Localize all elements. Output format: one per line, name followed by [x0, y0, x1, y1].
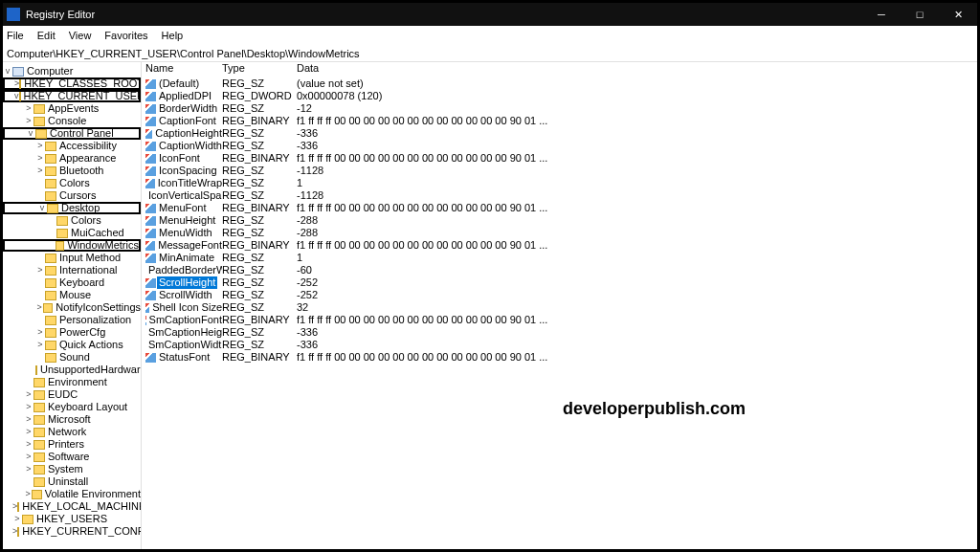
- tree-colors2[interactable]: Colors: [71, 214, 101, 227]
- menu-favorites[interactable]: Favorites: [104, 30, 147, 41]
- tree-pane[interactable]: vComputer >HKEY_CLASSES_ROOT vHKEY_CURRE…: [3, 62, 142, 549]
- table-row[interactable]: PaddedBorderWi...REG_SZ-60: [142, 264, 977, 276]
- tree-unsupported[interactable]: UnsupportedHardwareN: [40, 364, 142, 376]
- value-name: SmCaptionWidth: [148, 339, 222, 351]
- value-type: REG_SZ: [222, 127, 297, 140]
- table-row[interactable]: Shell Icon SizeREG_SZ32: [142, 301, 977, 314]
- tree-hku[interactable]: HKEY_USERS: [36, 513, 107, 525]
- value-name: MenuWidth: [159, 227, 212, 239]
- col-name[interactable]: Name: [145, 62, 222, 77]
- registry-value-icon: [145, 353, 156, 363]
- tree-powercfg[interactable]: PowerCfg: [59, 326, 105, 339]
- value-name: SmCaptionFont: [149, 314, 222, 326]
- menu-help[interactable]: Help: [162, 30, 184, 41]
- tree-mouse[interactable]: Mouse: [59, 289, 91, 301]
- table-row[interactable]: SmCaptionWidthREG_SZ-336: [142, 339, 977, 351]
- menu-edit[interactable]: Edit: [37, 30, 56, 41]
- value-data: 1: [297, 177, 977, 189]
- tree-hkcc[interactable]: HKEY_CURRENT_CONFIG: [22, 525, 142, 538]
- computer-icon: [12, 67, 24, 77]
- tree-controlpanel[interactable]: Control Panel: [50, 127, 114, 140]
- tree-colors[interactable]: Colors: [59, 177, 90, 189]
- table-row[interactable]: MessageFontREG_BINARYf1 ff ff ff 00 00 0…: [142, 239, 977, 252]
- tree-kbdlayout[interactable]: Keyboard Layout: [48, 401, 127, 413]
- table-row[interactable]: CaptionFontREG_BINARYf1 ff ff ff 00 00 0…: [142, 115, 977, 127]
- folder-icon: [45, 278, 56, 288]
- table-row[interactable]: MenuFontREG_BINARYf1 ff ff ff 00 00 00 0…: [142, 202, 977, 214]
- tree-muicached[interactable]: MuiCached: [71, 227, 124, 239]
- table-row[interactable]: SmCaptionFontREG_BINARYf1 ff ff ff 00 00…: [142, 314, 977, 326]
- table-row[interactable]: MenuWidthREG_SZ-288: [142, 227, 977, 239]
- table-row[interactable]: ScrollWidthREG_SZ-252: [142, 289, 977, 301]
- value-type: REG_SZ: [222, 214, 297, 227]
- close-button[interactable]: ✕: [939, 3, 977, 26]
- table-row[interactable]: AppliedDPIREG_DWORD0x00000078 (120): [142, 90, 977, 102]
- value-name: (Default): [159, 77, 199, 90]
- table-row[interactable]: StatusFontREG_BINARYf1 ff ff ff 00 00 00…: [142, 351, 977, 364]
- maximize-button[interactable]: □: [901, 3, 939, 26]
- table-row[interactable]: MinAnimateREG_SZ1: [142, 252, 977, 264]
- tree-uninstall[interactable]: Uninstall: [48, 475, 88, 488]
- tree-hklm[interactable]: HKEY_LOCAL_MACHINE: [22, 500, 142, 513]
- minimize-button[interactable]: ─: [862, 3, 901, 26]
- tree-desktop[interactable]: Desktop: [61, 202, 100, 214]
- tree-cursors[interactable]: Cursors: [59, 189, 97, 202]
- folder-icon: [45, 166, 56, 176]
- tree-inputmethod[interactable]: Input Method: [59, 252, 121, 264]
- tree-bluetooth[interactable]: Bluetooth: [59, 165, 103, 177]
- value-data: -60: [297, 264, 977, 276]
- table-row[interactable]: IconSpacingREG_SZ-1128: [142, 165, 977, 177]
- column-headers[interactable]: Name Type Data: [142, 62, 977, 77]
- tree-volatile[interactable]: Volatile Environment: [45, 488, 141, 500]
- tree-windowmetrics[interactable]: WindowMetrics: [67, 239, 139, 252]
- tree-console[interactable]: Console: [48, 115, 86, 127]
- table-row[interactable]: IconTitleWrapREG_SZ1: [142, 177, 977, 189]
- registry-value-icon: [145, 154, 156, 164]
- tree-network[interactable]: Network: [48, 426, 86, 438]
- address-bar[interactable]: Computer\HKEY_CURRENT_USER\Control Panel…: [3, 45, 977, 62]
- registry-value-icon: [145, 316, 146, 325]
- table-row[interactable]: ScrollHeightREG_SZ-252: [142, 276, 977, 289]
- tree-printers[interactable]: Printers: [48, 438, 84, 451]
- tree-notifyicon[interactable]: NotifyIconSettings: [56, 301, 141, 314]
- table-row[interactable]: CaptionHeightREG_SZ-336: [142, 127, 977, 140]
- folder-icon: [33, 415, 45, 425]
- table-row[interactable]: SmCaptionHeightREG_SZ-336: [142, 326, 977, 339]
- tree-keyboard[interactable]: Keyboard: [59, 276, 104, 289]
- tree-computer[interactable]: Computer: [27, 65, 73, 77]
- menu-file[interactable]: File: [7, 30, 24, 41]
- tree-eudc[interactable]: EUDC: [48, 388, 78, 401]
- tree-appevents[interactable]: AppEvents: [48, 102, 99, 115]
- value-type: REG_SZ: [222, 289, 297, 301]
- tree-international[interactable]: International: [59, 264, 118, 276]
- tree-microsoft[interactable]: Microsoft: [48, 413, 91, 426]
- tree-hkcu[interactable]: HKEY_CURRENT_USER: [24, 90, 143, 102]
- folder-icon: [56, 229, 68, 238]
- tree-software[interactable]: Software: [48, 451, 89, 463]
- table-row[interactable]: IconFontREG_BINARYf1 ff ff ff 00 00 00 0…: [142, 152, 977, 165]
- tree-hkcr[interactable]: HKEY_CLASSES_ROOT: [24, 77, 142, 90]
- tree-sound[interactable]: Sound: [59, 351, 90, 364]
- registry-value-icon: [145, 179, 155, 188]
- registry-value-icon: [145, 142, 156, 151]
- table-row[interactable]: CaptionWidthREG_SZ-336: [142, 140, 977, 152]
- table-row[interactable]: IconVerticalSpaci...REG_SZ-1128: [142, 189, 977, 202]
- table-row[interactable]: BorderWidthREG_SZ-12: [142, 102, 977, 115]
- tree-appearance[interactable]: Appearance: [59, 152, 116, 165]
- menu-view[interactable]: View: [69, 30, 92, 41]
- tree-personalization[interactable]: Personalization: [59, 314, 131, 326]
- value-data: -12: [297, 102, 977, 115]
- value-data: f1 ff ff ff 00 00 00 00 00 00 00 00 00 0…: [297, 115, 977, 127]
- registry-value-icon: [145, 254, 156, 263]
- table-row[interactable]: MenuHeightREG_SZ-288: [142, 214, 977, 227]
- values-pane[interactable]: Name Type Data (Default)REG_SZ(value not…: [142, 62, 977, 549]
- col-data[interactable]: Data: [297, 62, 977, 77]
- tree-system[interactable]: System: [48, 463, 83, 475]
- value-type: REG_BINARY: [222, 351, 297, 364]
- col-type[interactable]: Type: [222, 62, 297, 77]
- tree-quickactions[interactable]: Quick Actions: [59, 339, 123, 351]
- folder-icon: [35, 365, 37, 375]
- tree-environment[interactable]: Environment: [48, 376, 107, 388]
- tree-accessibility[interactable]: Accessibility: [59, 140, 117, 152]
- table-row[interactable]: (Default)REG_SZ(value not set): [142, 77, 977, 90]
